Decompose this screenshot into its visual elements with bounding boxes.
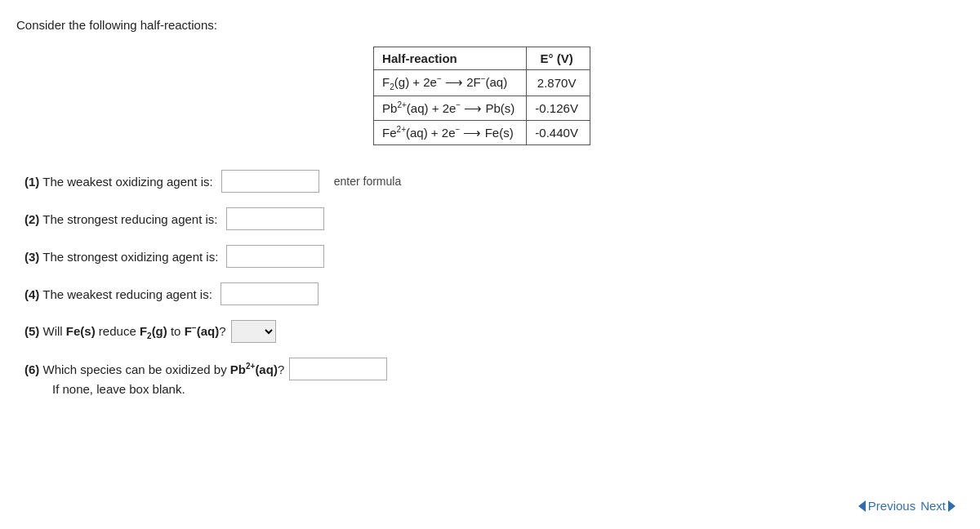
q2-input[interactable] xyxy=(226,207,324,230)
table-row: Pb2+(aq) + 2e− ⟶ Pb(s) -0.126V xyxy=(374,96,590,121)
table-row: Fe2+(aq) + 2e− ⟶ Fe(s) -0.440V xyxy=(374,121,590,145)
q1-label: (1) The weakest oxidizing agent is: xyxy=(24,175,213,189)
reaction-1: F2(g) + 2e− ⟶ 2F−(aq) xyxy=(374,70,527,96)
table-row: F2(g) + 2e− ⟶ 2F−(aq) 2.870V xyxy=(374,70,590,96)
question-5-row: (5) Will Fe(s) reduce F2(g) to F−(aq)? Y… xyxy=(24,320,947,343)
previous-button[interactable]: Previous xyxy=(858,499,915,513)
question-3-row: (3) The strongest oxidizing agent is: xyxy=(24,245,947,268)
q5-select[interactable]: Yes No xyxy=(231,320,276,343)
q6-subtext: If none, leave box blank. xyxy=(24,382,947,396)
col-header-eo: E° (V) xyxy=(527,47,590,70)
chevron-left-icon xyxy=(858,500,866,512)
intro-text: Consider the following half-reactions: xyxy=(16,18,947,32)
question-2-row: (2) The strongest reducing agent is: xyxy=(24,207,947,230)
q4-label: (4) The weakest reducing agent is: xyxy=(24,287,212,301)
col-header-reaction: Half-reaction xyxy=(374,47,527,70)
q4-input[interactable] xyxy=(220,282,318,305)
q6-label: (6) Which species can be oxidized by Pb2… xyxy=(24,362,284,376)
q5-label: (5) Will Fe(s) reduce F2(g) to F−(aq)? xyxy=(24,323,226,340)
q3-label: (3) The strongest oxidizing agent is: xyxy=(24,250,218,264)
question-6-block: (6) Which species can be oxidized by Pb2… xyxy=(24,358,947,396)
q3-input[interactable] xyxy=(226,245,324,268)
reaction-2: Pb2+(aq) + 2e− ⟶ Pb(s) xyxy=(374,96,527,121)
question-4-row: (4) The weakest reducing agent is: xyxy=(24,282,947,305)
next-label: Next xyxy=(920,499,946,513)
eo-1: 2.870V xyxy=(527,70,590,96)
previous-label: Previous xyxy=(868,499,915,513)
next-button[interactable]: Next xyxy=(920,499,956,513)
q6-input[interactable] xyxy=(289,358,387,380)
chevron-right-icon xyxy=(948,500,956,512)
q2-label: (2) The strongest reducing agent is: xyxy=(24,212,218,226)
eo-2: -0.126V xyxy=(527,96,590,121)
half-reactions-table: Half-reaction E° (V) F2(g) + 2e− ⟶ 2F−(a… xyxy=(373,47,590,145)
eo-3: -0.440V xyxy=(527,121,590,145)
reaction-3: Fe2+(aq) + 2e− ⟶ Fe(s) xyxy=(374,121,527,145)
q1-input[interactable] xyxy=(221,170,319,193)
q1-hint: enter formula xyxy=(334,175,401,188)
question-1-row: (1) The weakest oxidizing agent is: ente… xyxy=(24,170,947,193)
